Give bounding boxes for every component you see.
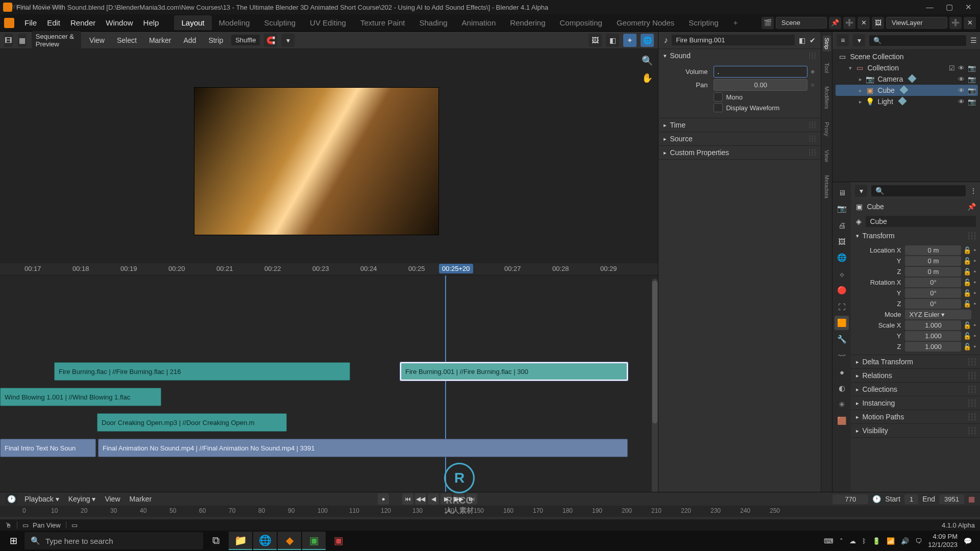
transform-value[interactable]: 0° bbox=[905, 278, 961, 287]
timeline-menu-marker[interactable]: Marker bbox=[128, 494, 154, 504]
prop-tab-10[interactable]: 〰 bbox=[835, 348, 849, 363]
data-diamond-icon[interactable] bbox=[899, 86, 908, 94]
data-diamond-icon[interactable] bbox=[898, 97, 906, 106]
sound-panel-header[interactable]: ▾ Sound ┆┆┆ bbox=[658, 49, 821, 62]
panel-drag-icon[interactable]: ┆┆┆ bbox=[967, 358, 976, 366]
add-workspace-button[interactable]: ＋ bbox=[728, 18, 743, 28]
prop-tab-9[interactable]: 🔧 bbox=[835, 332, 849, 346]
sidetab-tool[interactable]: Tool bbox=[823, 61, 831, 75]
zoom-icon[interactable]: 🔍 bbox=[642, 55, 653, 66]
play-reverse-icon[interactable]: ◀ bbox=[428, 493, 439, 505]
panel-collections[interactable]: ▸Collections┆┆┆ bbox=[851, 383, 980, 396]
prop-tab-14[interactable]: 🟫 bbox=[835, 414, 849, 428]
outliner-item-light[interactable]: ▸💡Light👁📷 bbox=[836, 96, 978, 107]
chevron-right-icon[interactable]: ▸ bbox=[859, 87, 862, 94]
mono-checkbox[interactable] bbox=[714, 92, 723, 102]
autokey-icon[interactable]: ● bbox=[378, 493, 389, 505]
seq-menu-view[interactable]: View bbox=[86, 35, 108, 45]
outliner-filter-icon[interactable]: ☰ bbox=[970, 36, 977, 44]
visibility-icon[interactable]: 👁 bbox=[958, 87, 965, 94]
display-waveform-checkbox[interactable] bbox=[714, 103, 723, 112]
overlay-gizmo-icon[interactable]: ✦ bbox=[623, 34, 636, 47]
lock-icon[interactable]: 🔓 bbox=[963, 289, 971, 297]
panel-source[interactable]: ▸Source┆┆┆ bbox=[658, 132, 821, 145]
render-icon[interactable]: 📷 bbox=[968, 64, 976, 72]
prop-tab-1[interactable]: 📷 bbox=[835, 202, 849, 216]
panel-drag-icon[interactable]: ┆┆┆ bbox=[967, 385, 976, 393]
visibility-icon[interactable]: 👁 bbox=[958, 64, 965, 72]
panel-drag-icon[interactable]: ┆┆┆ bbox=[967, 413, 976, 421]
outliner-item-camera[interactable]: ▸📷Camera👁📷 bbox=[836, 73, 978, 85]
sequencer-mode-select[interactable]: Sequencer & Preview bbox=[32, 31, 81, 49]
jump-prev-key-icon[interactable]: ◀◀ bbox=[415, 493, 426, 505]
panel-delta-transform[interactable]: ▸Delta Transform┆┆┆ bbox=[851, 355, 980, 368]
panel-drag-icon[interactable]: ┆┆┆ bbox=[808, 121, 816, 129]
tray-lang-icon[interactable]: 🗨 bbox=[915, 537, 922, 545]
panel-drag-icon[interactable]: ┆┆┆ bbox=[967, 399, 976, 407]
viewlayer-new-icon[interactable]: ➕ bbox=[949, 17, 962, 29]
end-frame-field[interactable]: 3951 bbox=[939, 494, 964, 504]
scene-browse-icon[interactable]: 🎬 bbox=[762, 17, 774, 29]
lock-icon[interactable]: 🔓 bbox=[963, 332, 971, 340]
lock-icon[interactable]: 🔓 bbox=[963, 321, 971, 329]
transform-value[interactable]: 1.000 bbox=[905, 320, 961, 330]
prop-tab-4[interactable]: 🌐 bbox=[835, 251, 849, 265]
sidetab-metadata[interactable]: Metadata bbox=[823, 173, 831, 201]
jump-start-icon[interactable]: ⏮ bbox=[402, 493, 413, 505]
scene-del-icon[interactable]: ✕ bbox=[857, 17, 870, 29]
tray-battery-icon[interactable]: 🔋 bbox=[872, 537, 880, 545]
data-diamond-icon[interactable] bbox=[908, 74, 917, 83]
tab-texture-paint[interactable]: Texture Paint bbox=[353, 15, 412, 30]
preview-range-icon[interactable]: 🕐 bbox=[872, 495, 881, 503]
vertical-scrollbar[interactable] bbox=[652, 279, 658, 517]
sound-strip[interactable]: Wind Blowing 1.001 | //Wind Blowing 1.fl… bbox=[0, 388, 161, 406]
outliner-collection[interactable]: ▾ ▭ Collection ☑ 👁 📷 bbox=[836, 62, 978, 73]
chrome-app[interactable]: 🌐 bbox=[253, 532, 277, 550]
sound-strip[interactable]: Fire Burning.flac | //Fire Burning.flac … bbox=[54, 362, 350, 381]
prop-tab-13[interactable]: ✳ bbox=[835, 397, 849, 412]
prop-tab-2[interactable]: 🖨 bbox=[835, 218, 849, 232]
outliner-search[interactable]: 🔍 bbox=[869, 35, 966, 46]
menu-help[interactable]: Help bbox=[138, 16, 164, 29]
prop-tab-8[interactable]: 🟧 bbox=[835, 316, 849, 330]
taskbar-clock[interactable]: 4:09 PM 12/1/2023 bbox=[928, 533, 958, 548]
lock-icon[interactable]: 🔓 bbox=[963, 300, 971, 308]
render-icon[interactable]: 📷 bbox=[968, 76, 976, 83]
snap-icon[interactable]: 🧲 bbox=[264, 34, 277, 47]
tray-volume-icon[interactable]: 🔊 bbox=[901, 537, 909, 545]
lock-icon[interactable]: 🔓 bbox=[963, 268, 971, 276]
panel-drag-icon[interactable]: ┆┆┆ bbox=[967, 232, 976, 240]
taskbar-search[interactable]: 🔍 Type here to search bbox=[24, 532, 203, 549]
prop-tab-6[interactable]: 🔴 bbox=[835, 283, 849, 297]
viewlayer-name-field[interactable]: ViewLayer bbox=[886, 17, 947, 29]
prop-tab-12[interactable]: ◐ bbox=[835, 381, 849, 395]
outliner-display-icon[interactable]: ▾ bbox=[853, 34, 865, 46]
recorder-app[interactable]: ▣ bbox=[327, 532, 350, 550]
lock-strip-icon[interactable]: ✔ bbox=[810, 36, 816, 44]
panel-drag-icon[interactable]: ┆┆┆ bbox=[967, 371, 976, 380]
tray-onedrive-icon[interactable]: ☁ bbox=[849, 537, 856, 545]
timeline-ruler[interactable]: 0102030405060708090100110120130140150160… bbox=[0, 506, 980, 517]
overlay-color-icon[interactable]: ◧ bbox=[606, 34, 619, 47]
timeline-grid-icon[interactable]: ▦ bbox=[968, 495, 975, 503]
tab-compositing[interactable]: Compositing bbox=[553, 15, 609, 30]
seq-menu-marker[interactable]: Marker bbox=[146, 35, 175, 45]
transform-value[interactable]: 0° bbox=[905, 288, 961, 298]
transform-value[interactable]: 1.000 bbox=[905, 331, 961, 341]
sidetab-proxy[interactable]: Proxy bbox=[823, 120, 831, 138]
sound-strip[interactable]: Fire Burning.001 | //Fire Burning.flac |… bbox=[400, 362, 628, 381]
tray-bluetooth-icon[interactable]: ᛒ bbox=[862, 537, 866, 545]
panel-visibility[interactable]: ▸Visibility┆┆┆ bbox=[851, 424, 980, 437]
lock-icon[interactable]: 🔓 bbox=[963, 257, 971, 265]
task-view-icon[interactable]: ⧉ bbox=[204, 532, 228, 550]
mute-strip-icon[interactable]: ◧ bbox=[799, 36, 805, 44]
prop-tab-11[interactable]: ● bbox=[835, 365, 849, 379]
menu-edit[interactable]: Edit bbox=[42, 16, 65, 29]
sidetab-modifiers[interactable]: Modifiers bbox=[823, 84, 831, 111]
close-button[interactable]: ✕ bbox=[965, 3, 972, 12]
preview-mode-icon[interactable]: ▦ bbox=[18, 34, 27, 47]
timeline-type-icon[interactable]: 🕐 bbox=[5, 493, 17, 505]
start-frame-field[interactable]: 1 bbox=[904, 494, 918, 504]
render-icon[interactable]: 📷 bbox=[968, 87, 976, 94]
pan-input[interactable]: 0.00 bbox=[714, 79, 807, 91]
